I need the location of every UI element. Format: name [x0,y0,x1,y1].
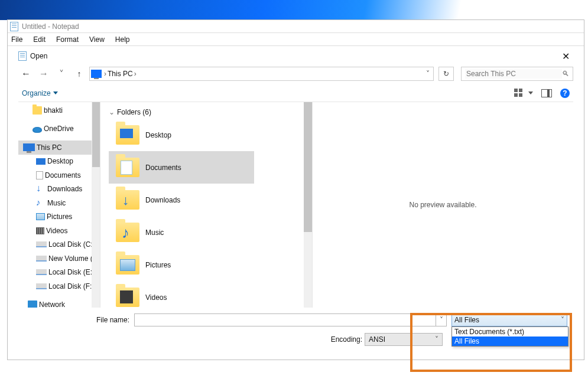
chevron-down-icon [528,92,533,94]
sidebar-item-documents[interactable]: Documents [18,168,100,182]
dialog-icon [18,51,27,61]
sidebar-item-disk-c[interactable]: Local Disk (C:) [18,238,100,252]
window-title: Untitled - Notepad [22,22,79,31]
folder-videos[interactable]: Videos [109,281,254,313]
pictures-icon [36,213,45,220]
dialog-title: Open [30,52,47,60]
nav-recent-button[interactable]: ˅ [54,68,69,80]
titlebar[interactable]: Untitled - Notepad [8,20,584,33]
file-name-history-button[interactable]: ˅ [436,313,447,326]
thumbnails-icon [514,89,524,98]
menu-help[interactable]: Help [115,35,130,44]
view-options-button[interactable] [514,89,533,98]
sidebar-item-downloads[interactable]: ↓ Downloads [18,182,100,197]
search-field[interactable] [465,69,562,79]
content-pane[interactable]: ⌄ Folders (6) Desktop Documents Download… [100,102,313,308]
sidebar-item-label: Local Disk (F:) [48,282,94,290]
nav-forward-button: → [36,68,51,79]
sidebar-item-onedrive[interactable]: OneDrive [18,122,100,136]
folder-icon [33,106,42,115]
notepad-icon [10,22,18,31]
encoding-combo[interactable]: ANSI ˅ [365,333,443,346]
scrollbar-thumb[interactable] [92,102,100,167]
dialog-titlebar[interactable]: Open ✕ [18,49,573,63]
sidebar-item-label: Documents [45,171,81,179]
help-button[interactable]: ? [560,89,570,98]
file-name-input[interactable] [134,313,436,326]
file-type-option-txt[interactable]: Text Documents (*.txt) [452,327,568,337]
nav-up-button[interactable]: ↑ [72,69,87,79]
nav-bar: ← → ˅ ↑ › This PC › ˅ ↻ 🔍︎ [18,63,573,84]
folder-documents[interactable]: Documents [109,151,254,184]
sidebar-item-disk-e[interactable]: Local Disk (E:) [18,266,100,280]
refresh-button[interactable]: ↻ [438,67,454,81]
disk-icon [36,256,47,262]
menu-file[interactable]: File [11,35,22,44]
disk-icon [36,241,47,247]
document-icon [36,171,43,179]
download-icon: ↓ [36,185,46,193]
onedrive-icon [33,127,42,133]
breadcrumb[interactable]: This PC [108,70,133,78]
downloads-folder-icon [116,190,139,210]
sidebar-item-label: Network [39,300,65,308]
music-folder-icon [116,223,139,242]
preview-pane: No preview available. [313,102,573,308]
music-icon: ♪ [36,199,46,207]
file-type-combo[interactable]: All Files ˅ Text Documents (*.txt) All F… [451,313,567,326]
chevron-down-icon: ⌄ [109,108,115,116]
sidebar-item-this-pc[interactable]: This PC [18,141,100,155]
preview-pane-button[interactable] [541,89,552,97]
dialog-bottom: File name: ˅ All Files ˅ Text Documents … [18,308,573,354]
sidebar-item-desktop[interactable]: Desktop [18,155,100,169]
close-button[interactable]: ✕ [558,51,573,62]
menubar: File Edit Format View Help [8,33,584,46]
file-type-option-all[interactable]: All Files [452,337,568,346]
folder-downloads[interactable]: Downloads [109,184,254,216]
pictures-folder-icon [116,255,139,275]
toolbar: Organize ? [18,84,573,102]
sidebar-item-label: Videos [46,227,67,235]
desktop-icon [36,158,46,165]
content-scrollbar[interactable] [304,102,312,308]
folder-desktop[interactable]: Desktop [109,119,254,151]
sidebar-item-videos[interactable]: Videos [18,224,100,238]
menu-format[interactable]: Format [56,35,79,44]
scrollbar-thumb[interactable] [304,102,312,232]
nav-back-button[interactable]: ← [18,68,34,79]
pc-icon [23,143,35,151]
address-history-button[interactable]: ˅ [424,70,432,78]
sidebar-item-label: Music [47,199,66,207]
chevron-right-icon[interactable]: › [134,70,137,78]
menu-edit[interactable]: Edit [33,35,46,44]
sidebar-item-bhakti[interactable]: bhakti [18,103,100,117]
folder-label: Documents [145,164,181,172]
sidebar-item-pictures[interactable]: Pictures [18,210,100,224]
folder-label: Music [145,228,164,237]
sidebar-item-music[interactable]: ♪ Music [18,196,100,210]
sidebar-item-label: This PC [37,143,62,152]
sidebar-scrollbar[interactable] [92,102,100,308]
folder-music[interactable]: Music [109,216,254,249]
sidebar-item-disk-f[interactable]: Local Disk (F:) [18,279,100,293]
folder-label: Pictures [145,261,171,269]
search-icon: 🔍︎ [562,70,569,78]
desktop-folder-icon [116,125,139,145]
organize-button[interactable]: Organize [22,89,58,97]
folder-pictures[interactable]: Pictures [109,249,254,281]
video-icon [36,227,44,234]
sidebar-item-network[interactable]: Network [18,298,100,308]
sidebar-item-label: Desktop [47,157,73,165]
file-type-dropdown: Text Documents (*.txt) All Files [451,326,568,347]
desktop-background [0,0,588,20]
folders-group-header[interactable]: ⌄ Folders (6) [109,106,308,119]
sidebar-item-disk-d[interactable]: New Volume (D: [18,251,100,266]
notepad-window: Untitled - Notepad File Edit Format View… [7,19,584,360]
chevron-right-icon[interactable]: › [104,70,106,78]
menu-view[interactable]: View [89,35,105,44]
file-name-label: File name: [24,316,134,324]
sidebar[interactable]: bhakti OneDrive This PC Desktop [18,102,100,308]
search-input[interactable]: 🔍︎ [461,67,573,81]
address-bar[interactable]: › This PC › ˅ [89,67,434,81]
chevron-down-icon: ˅ [561,316,564,324]
